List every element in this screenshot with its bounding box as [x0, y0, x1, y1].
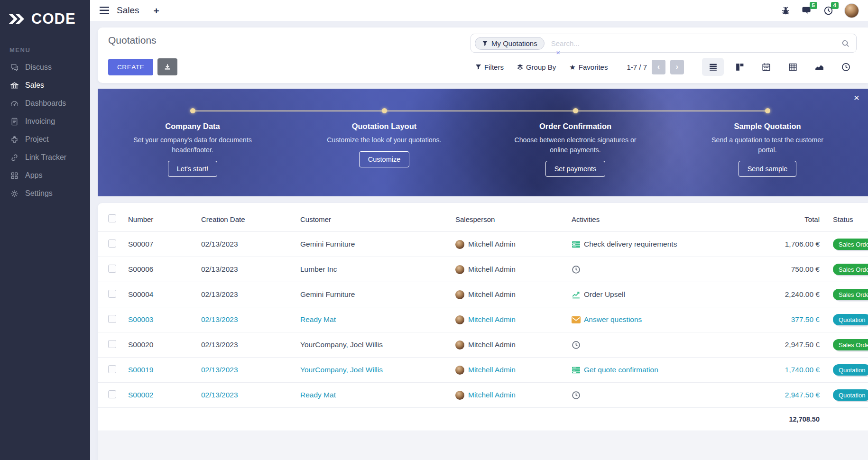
column-header-customer[interactable]: Customer [296, 203, 452, 232]
sidebar-item-link-tracker[interactable]: Link Tracker [0, 148, 90, 166]
search-facet-label: My Quotations [491, 39, 537, 47]
cell-customer: Lumber Inc [296, 257, 452, 282]
cell-creation-date: 02/13/2023 [197, 282, 296, 307]
pager-next-button[interactable]: › [670, 60, 684, 74]
view-kanban-icon[interactable] [729, 58, 750, 76]
create-button[interactable]: CREATE [108, 59, 153, 75]
sidebar-item-sales[interactable]: Sales [0, 76, 90, 94]
sidebar-item-discuss[interactable]: Discuss [0, 58, 90, 76]
column-header-status[interactable]: Status [823, 203, 868, 232]
cell-number: S00006 [124, 257, 197, 282]
group-by-button[interactable]: Group By [517, 63, 556, 71]
step-description: Set your company's data for documents he… [131, 135, 254, 155]
activity-clock-icon[interactable]: 4 [823, 6, 833, 16]
mail-activity-icon[interactable] [572, 315, 581, 324]
sidebar-item-apps[interactable]: Apps [0, 166, 90, 184]
row-checkbox[interactable] [108, 265, 116, 273]
column-header-activities[interactable]: Activities [568, 203, 726, 232]
clock-activity-icon[interactable] [572, 265, 581, 274]
step-action-button[interactable]: Set payments [545, 161, 606, 177]
select-all-checkbox[interactable] [108, 214, 116, 222]
search-input[interactable] [550, 39, 838, 48]
facet-remove-icon[interactable]: × [556, 49, 560, 56]
row-checkbox-cell [98, 232, 124, 257]
view-pivot-icon[interactable] [782, 58, 803, 76]
activity-label: Answer questions [584, 315, 642, 324]
step-action-button[interactable]: Let's start! [168, 161, 217, 177]
cell-salesperson: Mitchell Admin [452, 332, 568, 358]
column-header-total[interactable]: Total [726, 203, 823, 232]
user-avatar[interactable] [845, 4, 859, 18]
table-header-row: NumberCreation DateCustomerSalespersonAc… [98, 203, 868, 232]
list-empty-space [98, 431, 868, 460]
tasks-activity-icon[interactable] [572, 366, 581, 375]
onboarding-step-order-confirmation: Order ConfirmationChoose between electro… [514, 122, 637, 177]
cell-total: 1,740.00 € [726, 358, 823, 383]
column-header-creation-date[interactable]: Creation Date [197, 203, 296, 232]
pager-range: 1-7 / 7 [627, 63, 647, 71]
cell-activities [568, 257, 726, 282]
row-checkbox[interactable] [108, 365, 116, 373]
filters-button[interactable]: Filters [475, 63, 504, 71]
row-checkbox-cell [98, 257, 124, 282]
table-row[interactable]: S0000602/13/2023Lumber IncMitchell Admin… [98, 257, 868, 282]
row-checkbox[interactable] [108, 290, 116, 298]
row-checkbox[interactable] [108, 390, 116, 398]
export-button[interactable] [157, 58, 177, 75]
table-row[interactable]: S0000302/13/2023Ready MatMitchell AdminA… [98, 307, 868, 332]
cell-activities: Check delivery requirements [568, 232, 726, 257]
cell-customer: Ready Mat [296, 307, 452, 332]
tasks-activity-icon[interactable] [572, 240, 581, 249]
bug-icon[interactable] [781, 6, 791, 16]
banner-close-icon[interactable]: × [854, 92, 859, 102]
table-row[interactable]: S0000402/13/2023Gemini FurnitureMitchell… [98, 282, 868, 307]
content-area: Quotations My Quotations × [90, 21, 868, 460]
activities-count-badge: 4 [831, 2, 839, 9]
salesperson-name: Mitchell Admin [468, 290, 516, 299]
new-tab-button[interactable]: + [154, 6, 159, 16]
status-badge: Quotation [833, 314, 868, 325]
table-row[interactable]: S0001902/13/2023YourCompany, Joel Willis… [98, 358, 868, 383]
row-checkbox[interactable] [108, 239, 116, 248]
salesperson-avatar [455, 265, 464, 274]
cell-status: Quotation [823, 307, 868, 332]
sidebar-item-label: Project [25, 135, 49, 144]
table-row[interactable]: S0002002/13/2023YourCompany, Joel Willis… [98, 332, 868, 358]
onboarding-timeline [193, 110, 767, 111]
view-graph-icon[interactable] [808, 58, 830, 76]
cell-number: S00007 [124, 232, 197, 257]
search-bar[interactable]: My Quotations × [471, 34, 857, 53]
sidebar-item-project[interactable]: Project [0, 130, 90, 148]
table-row[interactable]: S0000202/13/2023Ready MatMitchell Admin2… [98, 383, 868, 408]
hamburger-menu-icon[interactable] [100, 7, 109, 14]
view-activity-icon[interactable] [835, 58, 857, 76]
row-checkbox[interactable] [108, 315, 116, 323]
layers-icon [517, 64, 523, 70]
cell-status: Sales Order [823, 257, 868, 282]
table-row[interactable]: S0000702/13/2023Gemini FurnitureMitchell… [98, 232, 868, 257]
search-facet[interactable]: My Quotations [475, 37, 545, 50]
brand-logo-text: CODE [31, 10, 76, 28]
view-calendar-icon[interactable] [755, 58, 777, 76]
sidebar-item-invoicing[interactable]: Invoicing [0, 112, 90, 130]
clock-activity-icon[interactable] [572, 391, 581, 400]
status-badge: Sales Order [833, 289, 868, 300]
view-list-icon[interactable] [702, 58, 724, 76]
brand-logo: CODE [0, 0, 90, 36]
search-icon[interactable] [841, 39, 850, 47]
cell-total: 2,240.00 € [726, 282, 823, 307]
clock-activity-icon[interactable] [572, 340, 581, 350]
favorites-button[interactable]: ★ Favorites [569, 63, 608, 71]
column-header-salesperson[interactable]: Salesperson [452, 203, 568, 232]
row-checkbox[interactable] [108, 340, 116, 348]
main-area: Sales + 5 4 Quotati [90, 0, 868, 460]
column-header-number[interactable]: Number [124, 203, 197, 232]
step-action-button[interactable]: Send sample [739, 161, 797, 177]
pager-prev-button[interactable]: ‹ [652, 60, 665, 74]
chart-activity-icon[interactable] [572, 290, 581, 299]
step-action-button[interactable]: Customize [359, 151, 410, 167]
sidebar-item-dashboards[interactable]: Dashboards [0, 94, 90, 112]
messages-icon[interactable]: 5 [802, 6, 812, 16]
sidebar-item-settings[interactable]: Settings [0, 184, 90, 202]
onboarding-step-sample-quotation: Sample QuotationSend a quotation to test… [706, 122, 829, 177]
